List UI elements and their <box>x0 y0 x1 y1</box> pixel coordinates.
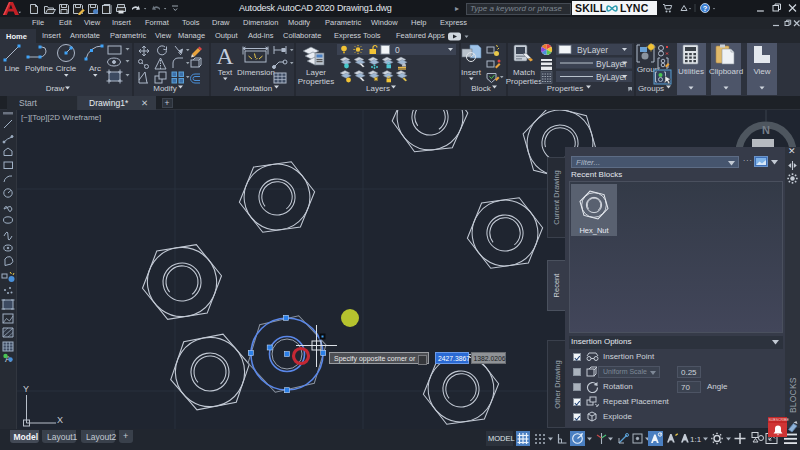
svg-text:N: N <box>762 124 770 136</box>
svg-text:1:1: 1:1 <box>690 435 702 444</box>
svg-text:Line: Line <box>4 64 20 73</box>
svg-text:Annotation: Annotation <box>234 84 272 93</box>
svg-text:Layers: Layers <box>366 84 390 93</box>
svg-text:Properties: Properties <box>506 77 542 86</box>
svg-text:?: ? <box>703 4 708 13</box>
svg-text:A: A <box>216 43 234 69</box>
svg-text:ByLayer: ByLayer <box>596 59 627 69</box>
svg-text:Modify: Modify <box>153 84 177 93</box>
svg-text:Circle: Circle <box>56 64 77 73</box>
svg-text:Block: Block <box>471 84 492 93</box>
svg-text:0: 0 <box>395 45 400 55</box>
svg-text:Utilities: Utilities <box>678 67 704 76</box>
svg-text:Polyline: Polyline <box>25 64 54 73</box>
svg-text:Layer: Layer <box>306 68 326 77</box>
svg-text:ByLayer: ByLayer <box>596 72 627 82</box>
svg-text:X: X <box>57 415 63 425</box>
svg-text:Arc: Arc <box>89 64 101 73</box>
svg-text:View: View <box>753 67 770 76</box>
svg-text:Draw: Draw <box>46 84 65 93</box>
svg-text:ByLayer: ByLayer <box>577 45 608 55</box>
svg-text:Dimension: Dimension <box>237 68 275 77</box>
svg-text:Insert: Insert <box>461 68 482 77</box>
svg-text:Groups: Groups <box>638 84 664 93</box>
svg-text:Match: Match <box>513 68 535 77</box>
svg-text:Properties: Properties <box>547 84 583 93</box>
svg-text:Properties: Properties <box>298 77 334 86</box>
svg-text:Text: Text <box>218 68 233 77</box>
svg-text:Y: Y <box>23 384 29 394</box>
svg-text:Clipboard: Clipboard <box>709 67 743 76</box>
